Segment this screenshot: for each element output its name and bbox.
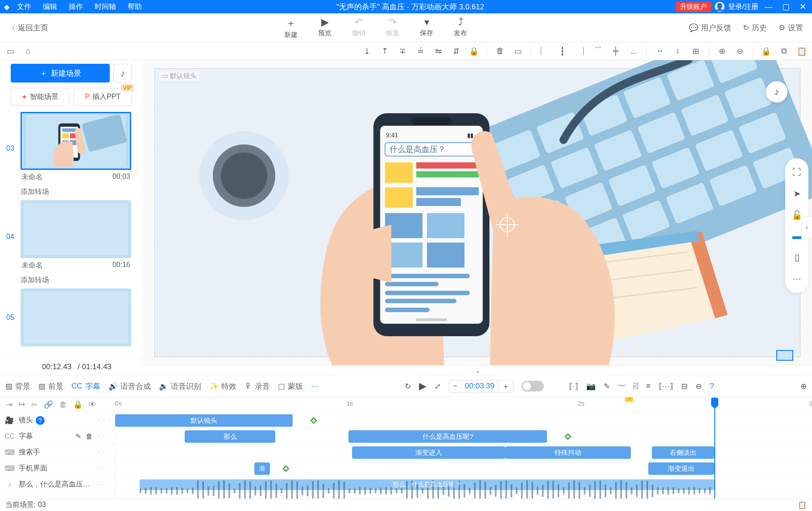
tab-foreground[interactable]: ▨ 前景 — [38, 381, 63, 391]
add-transition-button[interactable]: 添加转场 — [0, 275, 132, 288]
track-header[interactable]: ⌨ 搜索手 ··· — [0, 445, 115, 461]
tl-menu-icon[interactable]: ⊟ — [681, 382, 688, 391]
login-button[interactable]: 登录/注册 — [728, 2, 758, 12]
desktop-preview-icon[interactable]: ▬ — [792, 231, 801, 241]
track-opt-icon[interactable]: · — [103, 481, 104, 489]
flip-h-icon[interactable]: ⇋ — [433, 46, 443, 56]
smart-scene-button[interactable]: ✦智能场景 — [11, 88, 69, 106]
voice-marker-badge[interactable]: V — [625, 397, 633, 402]
scene-item[interactable]: 05 — [0, 288, 132, 346]
align-bottom-icon[interactable]: ⤓ — [362, 46, 372, 56]
zoom-plus-button[interactable]: ＋ — [498, 380, 513, 392]
tl-wave-icon[interactable]: 〰 — [618, 382, 626, 391]
tl-tool1-icon[interactable]: ⟦·⟧ — [569, 382, 578, 391]
track-opt-icon[interactable]: · — [103, 416, 104, 424]
minimap[interactable] — [776, 350, 793, 361]
align-vcenter-icon[interactable]: ╪ — [611, 46, 621, 56]
paste-icon[interactable]: 📋 — [797, 46, 807, 56]
track-opt-icon[interactable]: · — [97, 433, 99, 441]
timeline-clip[interactable]: 那么 — [185, 430, 275, 443]
tab-fx[interactable]: ✨ 特效 — [209, 381, 236, 391]
scene-thumbnail[interactable]: 高血压 — [21, 200, 131, 258]
track-opt-icon[interactable]: · — [108, 416, 110, 424]
tab-more-icon[interactable]: ⋯ — [311, 382, 319, 391]
add-transition-button[interactable]: 添加转场 — [0, 186, 132, 200]
tab-asr[interactable]: 🔉 语音识别 — [159, 381, 201, 391]
mobile-preview-icon[interactable]: ▯ — [795, 252, 800, 263]
pointer-icon[interactable]: ➤ — [793, 188, 801, 199]
align-center-icon[interactable]: ┇ — [557, 46, 567, 56]
timeline-tracks[interactable]: 0s1s2s3s 默认镜头那么什么是高血压呢?渐变进入特殊抖动右侧淡出渐渐变退出… — [115, 397, 812, 499]
tl-link-icon[interactable]: 🔗 — [44, 400, 53, 409]
status-clipboard-icon[interactable]: 📋 — [798, 501, 807, 509]
home-icon[interactable]: ⌂ — [23, 46, 33, 56]
tl-align-icon[interactable]: ≡ — [646, 382, 650, 391]
track-opt-icon[interactable]: · — [108, 449, 110, 457]
help-badge-icon[interactable]: ? — [36, 416, 45, 425]
track-header[interactable]: ⌨ 手机界面 ··· — [0, 461, 115, 477]
toolbar-save-button[interactable]: ▾保存 — [420, 16, 433, 39]
track-opt-icon[interactable]: · — [103, 465, 104, 473]
collapse-canvas-button[interactable]: ⌄ — [143, 365, 812, 375]
tl-add-track-icon[interactable]: ⊕ — [800, 382, 807, 391]
loop-icon[interactable]: ↻ — [405, 382, 411, 391]
align-bottom2-icon[interactable]: ⎵ — [629, 46, 638, 56]
zoom-in-icon[interactable]: ⊕ — [717, 46, 727, 56]
crop-icon[interactable]: ▭ — [513, 46, 523, 56]
menu-edit[interactable]: 编辑 — [39, 2, 61, 12]
timeline-clip[interactable]: 渐 — [254, 462, 269, 475]
add-clip-button[interactable] — [561, 430, 575, 443]
track-header[interactable]: ♪ 那么，什么是高血压…? ··· — [0, 477, 115, 493]
track-row[interactable]: 默认镜头 — [115, 412, 812, 429]
tl-filter-icon[interactable]: ⍃ — [634, 382, 638, 391]
timeline-ruler[interactable]: 0s1s2s3s — [115, 397, 812, 412]
layers-icon[interactable]: ▭ — [5, 46, 15, 56]
tl-out-icon[interactable]: ↦ — [19, 400, 25, 409]
zoom-out-icon[interactable]: ⊖ — [735, 46, 745, 56]
tl-edit-icon[interactable]: ✎ — [604, 382, 610, 391]
fullscreen-icon[interactable]: ⛶ — [792, 167, 801, 177]
lock-icon[interactable]: 🔒 — [469, 46, 479, 56]
menu-action[interactable]: 操作 — [65, 2, 87, 12]
menu-help[interactable]: 帮助 — [124, 2, 145, 12]
track-opt-icon[interactable]: · — [97, 449, 99, 457]
user-avatar-icon[interactable]: 👤 — [715, 2, 725, 12]
track-opt-icon[interactable]: · — [97, 416, 99, 424]
flip-v-icon[interactable]: ⇵ — [451, 46, 461, 56]
tab-background[interactable]: ▨ 背景 — [5, 381, 30, 391]
upgrade-account-button[interactable]: 升级账户 — [675, 2, 711, 12]
track-opt-icon[interactable]: · — [97, 465, 99, 473]
track-opt-icon[interactable]: · — [103, 433, 104, 441]
tl-trash-icon[interactable]: 🗑 — [59, 400, 67, 409]
timeline-clip[interactable]: 什么是高血压呢? — [348, 430, 547, 443]
canvas-stage[interactable]: ▭ 默认镜头 — [154, 68, 800, 357]
new-scene-button[interactable]: ＋ 新建场景 — [11, 64, 110, 82]
add-clip-button[interactable] — [279, 462, 293, 475]
track-opt-icon[interactable]: · — [108, 465, 110, 473]
align-top-icon[interactable]: ⤒ — [380, 46, 389, 56]
scene-item[interactable]: 04高血压未命名00:16 — [0, 200, 132, 273]
copy-icon[interactable]: ⧉ — [779, 46, 789, 56]
settings-button[interactable]: ⚙ 设置 — [779, 23, 803, 33]
tl-camera-icon[interactable]: 📷 — [586, 382, 596, 391]
more-icon[interactable]: ⋯ — [792, 273, 801, 284]
zoom-minus-button[interactable]: − — [449, 381, 461, 391]
scene-thumbnail[interactable] — [21, 288, 131, 346]
playhead[interactable] — [714, 397, 715, 499]
track-row[interactable]: 渐变进入特殊抖动右侧淡出 — [115, 445, 812, 461]
tab-record[interactable]: 🎙 录音 — [244, 381, 270, 391]
tab-tts[interactable]: 🔊 语音合成 — [108, 381, 151, 391]
align-middle-icon[interactable]: ∓ — [398, 46, 407, 56]
timeline-clip[interactable]: 默认镜头 — [115, 414, 293, 427]
window-minimize-icon[interactable]: — — [762, 2, 775, 12]
track-header[interactable]: CC 字幕 ✎🗑 ··· — [0, 429, 115, 445]
toolbar-publish-button[interactable]: ⤴发布 — [454, 16, 467, 39]
timeline-clip[interactable]: 渐变进入 — [352, 446, 505, 459]
track-header[interactable]: 🎥 镜头? ··· — [0, 412, 115, 429]
floating-music-button[interactable]: ♪ — [766, 81, 787, 103]
audio-clip[interactable]: 那么，什么是高血压呢？ — [140, 479, 715, 490]
history-button[interactable]: ↻ 历史 — [743, 23, 767, 33]
tl-keyframe-icon[interactable]: ⟦⋯⟧ — [659, 382, 673, 391]
tl-collapse-icon[interactable]: ⊖ — [696, 382, 702, 391]
window-maximize-icon[interactable]: ▢ — [779, 2, 792, 12]
